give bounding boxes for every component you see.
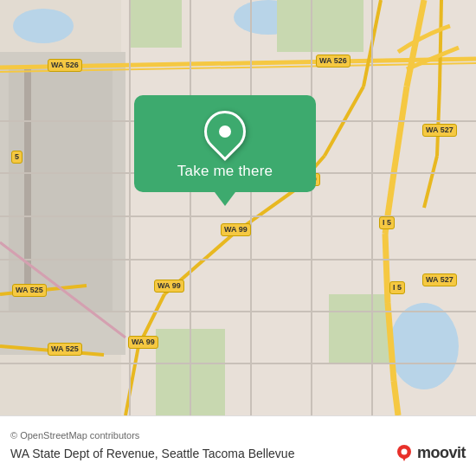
svg-line-19 [125, 346, 138, 415]
svg-point-6 [13, 9, 74, 43]
popup-card: Take me there [134, 95, 316, 192]
road-label-wa5: 5 [11, 151, 23, 164]
road-label-wa525-top: WA 525 [12, 284, 47, 297]
bottom-info: WA State Dept of Revenue, Seattle Tacoma… [10, 444, 466, 463]
svg-line-28 [424, 156, 437, 208]
svg-rect-10 [329, 294, 389, 363]
svg-line-23 [385, 234, 388, 303]
road-label-wa525-bot: WA 525 [48, 343, 82, 356]
svg-line-26 [440, 0, 441, 87]
road-label-wa99-bot: WA 99 [128, 336, 158, 349]
road-label-i5-top: I 5 [379, 216, 395, 229]
svg-line-24 [388, 303, 394, 381]
map-attribution: © OpenStreetMap contributors [10, 430, 466, 441]
moovit-brand-icon [395, 444, 414, 463]
bottom-bar: © OpenStreetMap contributors WA State De… [0, 415, 476, 476]
road-label-wa526-right: WA 526 [316, 55, 351, 68]
svg-point-44 [401, 448, 407, 454]
road-label-i5-bot: I 5 [389, 281, 405, 294]
road-label-wa527-top: WA 527 [422, 124, 457, 137]
map-container: WA 526 WA 526 WA 527 WA 527 WA 99 WA 99 … [0, 0, 476, 415]
location-pin-dot [219, 125, 231, 138]
moovit-brand-name: moovit [417, 444, 466, 462]
take-me-there-button[interactable]: Take me there [177, 163, 273, 180]
place-name: WA State Dept of Revenue, Seattle Tacoma… [10, 447, 294, 460]
svg-rect-8 [277, 0, 363, 52]
moovit-logo: moovit [395, 444, 466, 463]
location-pin-icon [196, 102, 254, 161]
svg-rect-7 [130, 0, 182, 48]
road-label-wa527-bottom: WA 527 [422, 273, 457, 286]
svg-marker-45 [402, 456, 407, 461]
svg-line-25 [394, 381, 398, 415]
road-label-wa99-low: WA 99 [154, 280, 184, 293]
svg-point-5 [389, 303, 459, 389]
svg-line-21 [394, 87, 407, 173]
road-label-wa526-left: WA 526 [48, 59, 82, 72]
road-label-wa99-mid: WA 99 [221, 223, 251, 236]
